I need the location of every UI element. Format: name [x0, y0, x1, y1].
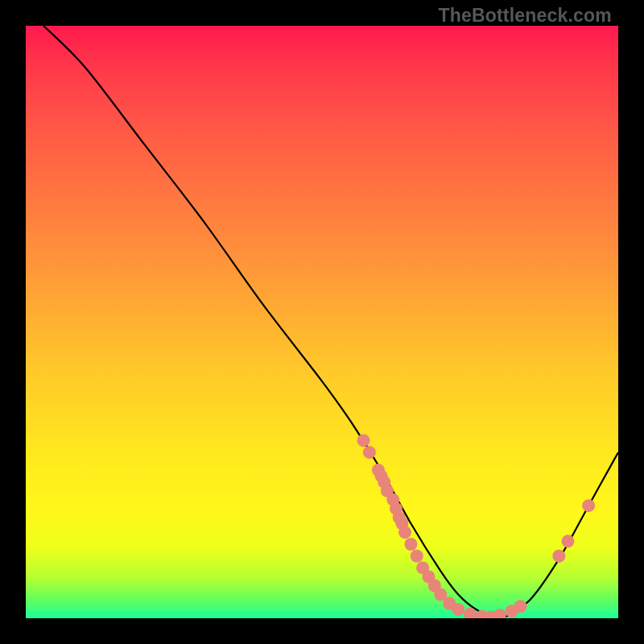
sample-point	[363, 446, 376, 459]
sample-point	[552, 550, 565, 563]
sample-point	[493, 609, 506, 618]
watermark-text: TheBottleneck.com	[438, 5, 612, 27]
sample-point	[357, 434, 370, 447]
sample-point	[398, 526, 411, 539]
chart-frame: TheBottleneck.com	[0, 0, 644, 644]
sample-point	[452, 603, 464, 616]
sample-point	[404, 538, 417, 551]
curve-layer	[26, 26, 618, 618]
sample-point	[561, 535, 574, 547]
sample-point	[582, 499, 595, 512]
bottleneck-curve-path	[43, 26, 618, 618]
sample-point	[514, 600, 527, 613]
bottleneck-curve	[43, 26, 618, 618]
plot-area	[26, 26, 618, 618]
sample-point	[411, 550, 423, 563]
sample-points	[357, 434, 596, 618]
